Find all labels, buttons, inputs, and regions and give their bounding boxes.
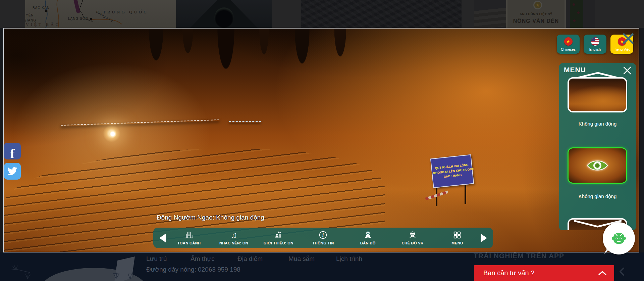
- hotline-text: Đường dây nóng: 02063 959 198: [146, 266, 240, 273]
- map-label-bac-kan: BẮC KẠN: [33, 6, 50, 10]
- svg-text:i: i: [323, 232, 324, 238]
- consult-label: Bạn cần tư vấn ?: [483, 269, 534, 277]
- page-footer: Lưu trú Ẩm thực Địa điểm Mua sắm Lịch tr…: [0, 252, 644, 281]
- vr-headset-icon: [408, 231, 417, 239]
- grid-icon: [453, 231, 462, 239]
- toolbar-intro-label: GIỚI THIỆU: ON: [264, 241, 293, 245]
- map-label-trung-quoc: TRUNG QUỐC: [103, 9, 148, 15]
- language-chinese-button[interactable]: ★ Chineses: [557, 35, 580, 54]
- language-english-label: English: [589, 47, 601, 51]
- scene-menu-panel: MENU Không gian động Không gian động: [559, 63, 636, 230]
- music-note-icon: ♫: [231, 231, 237, 239]
- sign-leg-right: [465, 183, 466, 204]
- viewer-toolbar: TOAN CẢNH ♫ NHẠC NỀN: ON GIỚI THIỆU: ON: [153, 228, 493, 248]
- warning-sign: QUÝ KHÁCH VUI LÒNG KHÔNG ĐI LÊN KHU RUỘN…: [427, 154, 481, 213]
- toolbar-panorama-button[interactable]: TOAN CẢNH: [167, 231, 211, 245]
- info-icon: i: [319, 231, 327, 239]
- footer-link-mua-sam[interactable]: Mua sắm: [288, 255, 315, 263]
- toolbar-info-button[interactable]: i THÔNG TIN: [301, 231, 345, 245]
- chat-monkey-logo-icon: [611, 230, 627, 246]
- map-label-lang-son: LẠNG SƠN: [68, 17, 88, 20]
- mountain-hole: [214, 7, 234, 28]
- stone-relief-image: [301, 0, 462, 28]
- facebook-icon: f: [10, 148, 14, 159]
- chat-widget-button[interactable]: [603, 222, 635, 254]
- scene-caption: Động Ngườm Ngao: Không gian động: [157, 214, 264, 221]
- dandelion-decoration-2: [111, 265, 138, 280]
- language-english-button[interactable]: English: [584, 35, 606, 54]
- language-vietnamese-label: Tiếng Việt: [614, 47, 630, 51]
- china-flag-icon: ★: [564, 37, 573, 46]
- toolbar-prev-button[interactable]: [158, 234, 167, 242]
- map-pin-icon: [364, 231, 372, 239]
- memorial-stele-image: ★ ANH HÙNG LIỆT SỸ NÔNG VĂN DỀN: [474, 0, 595, 28]
- memorial-stone: ★ ANH HÙNG LIỆT SỸ NÔNG VĂN DỀN: [506, 0, 566, 28]
- map-label-giang: GIANG: [25, 18, 36, 22]
- dandelion-decoration: [10, 265, 34, 280]
- sign-board: QUÝ KHÁCH VUI LÒNG KHÔNG ĐI LÊN KHU RUỘN…: [430, 154, 474, 188]
- twitter-bird-icon: [7, 167, 18, 176]
- arrow-right-icon: [481, 234, 487, 242]
- toolbar-next-button[interactable]: [480, 234, 488, 242]
- toolbar-menu-button[interactable]: MENU: [435, 231, 480, 245]
- footer-link-lich-trinh[interactable]: Lịch trình: [336, 255, 362, 263]
- toolbar-map-label: BẢN ĐỒ: [360, 241, 376, 245]
- toolbar-vr-button[interactable]: CHẾ ĐỘ VR: [390, 231, 435, 245]
- map-label-viet-bac: VIỆT BẮC: [26, 22, 60, 27]
- buildings-icon: [185, 231, 194, 239]
- consult-banner-button[interactable]: Bạn cần tư vấn ?: [474, 265, 614, 281]
- footer-link-dia-diem[interactable]: Địa điểm: [237, 255, 263, 263]
- historical-map-image: BẮC KẠN YÊN GIANG LẠNG SƠN TRUNG QUỐC VI…: [25, 0, 176, 28]
- boardwalk-lights-2: [229, 121, 261, 123]
- footer-link-am-thuc[interactable]: Ẩm thực: [191, 255, 215, 263]
- stalactites: [4, 29, 639, 122]
- toolbar-music-label: NHẠC NỀN: ON: [219, 241, 248, 245]
- toolbar-map-button[interactable]: BẢN ĐỒ: [345, 231, 390, 245]
- memorial-greenery: [570, 0, 583, 28]
- toolbar-panorama-label: TOAN CẢNH: [177, 241, 201, 245]
- scene-thumbnail-2-label: Không gian động: [559, 193, 636, 199]
- cave-panorama-view[interactable]: QUÝ KHÁCH VUI LÒNG KHÔNG ĐI LÊN KHU RUỘN…: [4, 29, 639, 252]
- background-top-strip: BẮC KẠN YÊN GIANG LẠNG SƠN TRUNG QUỐC VI…: [0, 0, 644, 28]
- scene-thumbnail-2-active[interactable]: [568, 147, 627, 184]
- eye-icon: [586, 158, 608, 173]
- scene-thumbnail-1-label: Không gian động: [559, 121, 636, 127]
- twitter-share-button[interactable]: [4, 163, 21, 180]
- facebook-share-button[interactable]: f: [4, 143, 21, 159]
- scene-thumbnail-1[interactable]: [568, 77, 627, 112]
- mountain-angel-eye-image: [176, 0, 272, 28]
- menu-close-button[interactable]: [623, 66, 632, 77]
- app-section-heading: TRẢI NGHIỆM TRÊN APP: [474, 252, 564, 260]
- gold-star-icon: ★: [533, 1, 542, 9]
- memorial-steps: [474, 8, 506, 28]
- close-icon: [622, 32, 635, 45]
- social-share-bar: f: [4, 143, 21, 180]
- usa-flag-icon: [591, 37, 599, 46]
- language-chinese-label: Chineses: [561, 47, 576, 51]
- cave-light-glow: [109, 130, 116, 138]
- map-label-yen: YÊN: [26, 13, 34, 17]
- toolbar-menu-label: MENU: [451, 241, 463, 245]
- footer-link-luu-tru[interactable]: Lưu trú: [146, 255, 167, 263]
- toolbar-music-button[interactable]: ♫ NHẠC NỀN: ON: [211, 231, 256, 245]
- memorial-name: NÔNG VĂN DỀN: [507, 18, 565, 24]
- carousel-prev-arrow-icon[interactable]: [619, 267, 625, 276]
- people-icon: [274, 231, 283, 239]
- modal-close-button[interactable]: [622, 32, 635, 46]
- virtual-tour-modal: QUÝ KHÁCH VUI LÒNG KHÔNG ĐI LÊN KHU RUỘN…: [3, 28, 639, 252]
- chevron-up-icon: [598, 271, 607, 276]
- toolbar-vr-label: CHẾ ĐỘ VR: [402, 241, 424, 245]
- toolbar-info-label: THÔNG TIN: [312, 241, 334, 245]
- toolbar-intro-button[interactable]: GIỚI THIỆU: ON: [256, 231, 301, 245]
- memorial-title: ANH HÙNG LIỆT SỸ: [507, 12, 565, 16]
- arrow-left-icon: [159, 234, 166, 242]
- close-icon: [623, 66, 632, 75]
